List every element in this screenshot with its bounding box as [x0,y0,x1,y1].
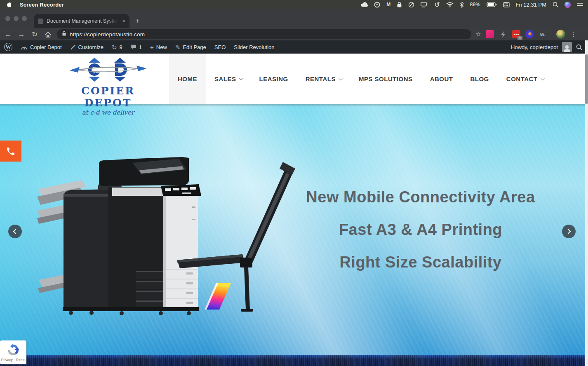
nav-item-leasing[interactable]: LEASING [251,54,297,104]
nav-label: ABOUT [430,75,453,82]
chevron-down-icon [540,76,544,80]
https-lock-icon[interactable] [62,30,66,38]
admin-new[interactable]: + New [146,40,171,54]
nav-item-about[interactable]: ABOUT [421,54,462,104]
window-zoom-button[interactable] [22,16,27,21]
logo-title: COPIER DEPOT [63,85,153,109]
url-bar[interactable]: https://copierdepotaustin.com [57,29,471,39]
browser-tab[interactable]: Document Management System × [34,14,129,28]
siri-icon[interactable] [564,2,571,8]
back-button[interactable]: ← [2,31,15,38]
recaptcha-badge[interactable]: Privacy - Terms [0,340,26,364]
hero-line-1: New Mobile Connectivity Area [266,188,575,206]
browser-tabstrip: Document Management System × + [0,9,588,28]
reload-button[interactable]: ↻ [28,31,41,38]
nav-label: LEASING [259,75,288,82]
scrollbar-thumb[interactable] [585,54,588,104]
nav-item-rentals[interactable]: RENTALS [297,54,350,104]
malwarebytes-icon[interactable]: M [386,1,390,8]
wp-logo-menu[interactable]: W [0,40,16,54]
hero-slider: New Mobile Connectivity Area Fast A3 & A… [0,104,588,355]
url-text: https://copierdepotaustin.com [70,31,145,38]
nav-item-sales[interactable]: SALES [206,54,251,104]
pencil-icon: ✎ [175,44,181,50]
site-logo[interactable]: COPIER DEPOT at c-d we deliver [63,57,153,116]
extension-icon-round[interactable] [525,30,534,38]
window-minimize-button[interactable] [14,16,19,21]
recaptcha-icon [7,343,20,357]
admin-edit-page[interactable]: ✎ Edit Page [171,40,210,54]
spotlight-icon[interactable] [553,1,558,8]
slider-prev-button[interactable] [8,225,22,238]
bookmark-star-icon[interactable]: ☆ [475,30,481,38]
home-button[interactable] [41,30,54,38]
recaptcha-label[interactable]: Privacy - Terms [1,358,25,362]
admin-slider-revolution[interactable]: Slider Revolution [230,40,278,54]
extension-icon-lastpass[interactable]: ••• 1 [512,30,520,38]
nav-label: RENTALS [306,75,336,82]
battery-percent: 89% [470,2,480,7]
extension-badge: 1 [517,36,522,40]
admin-site-name: Copier Depot [30,44,62,50]
admin-new-label: New [156,44,167,50]
admin-avatar[interactable] [562,42,572,52]
admin-seo-label: SEO [214,44,226,50]
page-scrollbar[interactable] [585,40,588,366]
display-sidecar-icon[interactable] [421,1,428,8]
cloud-status-icon[interactable] [361,1,368,8]
tab-title: Document Management System [47,18,119,24]
browser-toolbar: ← → ↻ https://copierdepotaustin.com ☆ ••… [0,28,588,40]
extension-icon-pink[interactable] [486,30,494,38]
comment-icon [131,44,136,50]
phone-icon [6,146,16,156]
nav-label: HOME [178,75,197,82]
hero-headlines: New Mobile Connectivity Area Fast A3 & A… [266,188,575,286]
brush-icon [70,44,76,50]
tab-close-icon[interactable]: × [122,18,125,24]
admin-search-icon[interactable] [576,44,582,50]
call-button[interactable] [0,141,21,162]
admin-updates[interactable]: ↻ 9 [108,40,127,54]
site-gauge-icon [21,44,28,50]
hotspot-lock-icon[interactable] [397,1,402,8]
battery-icon[interactable] [487,1,497,8]
admin-site-menu[interactable]: Copier Depot [16,40,66,54]
admin-customize[interactable]: Customize [66,40,108,54]
nav-item-blog[interactable]: BLOG [461,54,497,104]
forward-button[interactable]: → [15,31,28,38]
admin-seo[interactable]: SEO [210,40,230,54]
input-source-icon[interactable] [503,1,510,8]
do-not-disturb-icon[interactable] [408,1,414,8]
window-close-button[interactable] [5,16,10,21]
admin-updates-count: 9 [120,44,122,50]
macos-menubar: Screen Recorder M ↺ 89% F [0,0,588,9]
chevron-down-icon [339,76,343,80]
browser-profile-avatar[interactable] [556,30,565,39]
bluetooth-icon[interactable] [460,1,464,8]
notification-center-icon[interactable] [577,1,583,8]
admin-comments-count: 1 [139,44,142,50]
admin-edit-page-label: Edit Page [183,44,206,50]
admin-comments[interactable]: 1 [127,40,146,54]
admin-slider-revolution-label: Slider Revolution [234,44,274,50]
browser-menu-icon[interactable]: ⋮ [570,30,576,38]
new-tab-button[interactable]: + [135,17,139,24]
creative-cloud-icon[interactable] [374,1,380,8]
hero-line-3: Right Size Scalability [266,253,575,271]
extension-icon-lightning[interactable] [499,30,507,38]
extension-icon-wordtune[interactable]: w. [539,30,547,38]
nav-label: BLOG [470,75,489,82]
wifi-icon[interactable] [446,1,454,8]
time-machine-icon[interactable]: ↺ [434,1,440,8]
apple-menu-icon[interactable] [7,1,12,8]
slider-next-button[interactable] [562,225,576,238]
tab-favicon [38,19,43,24]
nav-item-mps-solutions[interactable]: MPS SOLUTIONS [350,54,421,104]
admin-howdy[interactable]: Howdy, copierdepot [511,44,558,50]
chevron-down-icon [239,76,243,80]
chevron-right-icon [566,229,571,234]
nav-item-home[interactable]: HOME [169,54,206,104]
menubar-clock[interactable]: Fri 12:31 PM [516,2,546,8]
menubar-app-name[interactable]: Screen Recorder [20,2,64,8]
nav-item-contact[interactable]: CONTACT [498,54,552,104]
